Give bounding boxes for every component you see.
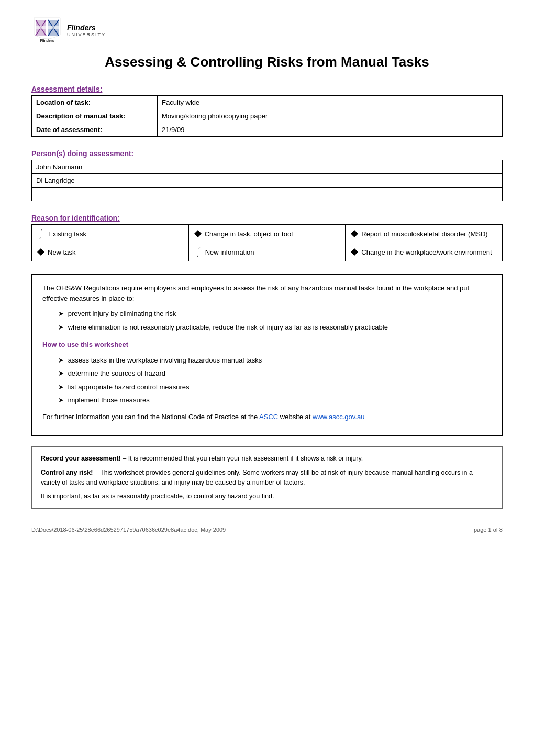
info-box: The OHS&W Regulations require employers … (31, 274, 503, 436)
list-item: where elimination is not reasonably prac… (58, 322, 492, 333)
control-note: Control any risk! – This worksheet provi… (41, 468, 493, 488)
reason-cell-5: ⎰ New information (188, 243, 346, 261)
list-item: list appropriate hazard control measures (58, 382, 492, 392)
worksheet-bullet-list: assess tasks in the workplace involving … (42, 355, 492, 406)
record-note: Record your assessment! – It is recommen… (41, 454, 493, 464)
persons-section: Person(s) doing assessment: John Naumann… (31, 149, 503, 201)
list-item: determine the sources of hazard (58, 368, 492, 379)
assessment-details-heading: Assessment details: (31, 85, 503, 93)
ascc-link[interactable]: ASCC (259, 413, 278, 421)
persons-table: John Naumann Di Langridge (31, 160, 503, 201)
reason-cell-2: Change in task, object or tool (188, 225, 346, 243)
bracket-icon: ⎰ (195, 247, 201, 257)
record-text: – It is recommended that you retain your… (121, 455, 363, 462)
further-info-prefix: For further information you can find the… (42, 413, 259, 421)
logo-text-block: Flinders UNIVERSITY (67, 24, 106, 37)
diamond-icon (194, 230, 202, 237)
reason-cell-3: Report of musculoskeletal disorder (MSD) (346, 225, 503, 243)
bracket-icon: ⎰ (38, 229, 44, 238)
table-row: Date of assessment: 21/9/09 (32, 123, 503, 137)
table-row: ⎰ Existing task Change in task, object o… (32, 225, 503, 243)
reason-text-6: Change in the workplace/work environment (361, 248, 492, 256)
reason-section: Reason for identification: ⎰ Existing ta… (31, 214, 503, 261)
reason-text-3: Report of musculoskeletal disorder (MSD) (361, 230, 487, 238)
list-item: implement those measures (58, 395, 492, 406)
note-box: Record your assessment! – It is recommen… (31, 446, 503, 509)
footer-right: page 1 of 8 (474, 527, 503, 533)
footer: D:\Docs\2018-06-25\28e66d2652971759a7063… (31, 524, 503, 533)
reason-cell-1: ⎰ Existing task (32, 225, 189, 243)
further-info-suffix: website at (278, 413, 313, 421)
diamond-icon (351, 230, 358, 237)
table-row: Di Langridge (32, 174, 503, 188)
last-line: It is important, as far as is reasonably… (41, 491, 493, 501)
logo-image: Flinders (31, 16, 63, 45)
control-text: – This worksheet provides general guidel… (41, 469, 473, 486)
intro-text: The OHS&W Regulations require employers … (42, 283, 492, 303)
reason-cell-4: New task (32, 243, 189, 261)
reason-heading: Reason for identification: (31, 214, 503, 222)
assessment-details-section: Assessment details: Location of task: Fa… (31, 85, 503, 137)
reason-text-5: New information (205, 248, 254, 256)
location-label: Location of task: (32, 96, 158, 109)
location-value: Faculty wide (158, 96, 503, 109)
persons-heading: Person(s) doing assessment: (31, 149, 503, 158)
reason-table: ⎰ Existing task Change in task, object o… (31, 224, 503, 261)
further-info-text: For further information you can find the… (42, 412, 492, 422)
person-3 (32, 188, 503, 201)
worksheet-heading: How to use this worksheet (42, 339, 492, 350)
diamond-icon (351, 248, 358, 256)
list-item: assess tasks in the workplace involving … (58, 355, 492, 366)
reason-cell-6: Change in the workplace/work environment (346, 243, 503, 261)
reason-text-1: Existing task (48, 230, 86, 238)
reason-text-2: Change in task, object or tool (205, 230, 293, 238)
svg-rect-6 (36, 26, 59, 29)
reason-text-4: New task (48, 248, 75, 256)
person-1: John Naumann (32, 160, 503, 174)
table-row: Description of manual task: Moving/stori… (32, 109, 503, 123)
table-row: John Naumann (32, 160, 503, 174)
footer-left: D:\Docs\2018-06-25\28e66d2652971759a7063… (31, 527, 226, 533)
logo-area: Flinders Flinders UNIVERSITY (31, 16, 503, 45)
control-label: Control any risk! (41, 469, 93, 476)
svg-text:Flinders: Flinders (40, 39, 54, 42)
list-item: prevent injury by eliminating the risk (58, 309, 492, 319)
table-row (32, 188, 503, 201)
ascc-url-link[interactable]: www.ascc.gov.au (313, 413, 364, 421)
date-label: Date of assessment: (32, 123, 158, 137)
person-2: Di Langridge (32, 174, 503, 188)
table-row: Location of task: Faculty wide (32, 96, 503, 109)
page-title: Assessing & Controlling Risks from Manua… (31, 54, 503, 70)
date-value: 21/9/09 (158, 123, 503, 137)
table-row: New task ⎰ New information Change in the… (32, 243, 503, 261)
assessment-details-table: Location of task: Faculty wide Descripti… (31, 95, 503, 137)
intro-bullet-list: prevent injury by eliminating the risk w… (42, 309, 492, 332)
record-label: Record your assessment! (41, 455, 121, 462)
description-value: Moving/storing photocopying paper (158, 109, 503, 123)
logo-university-sub: UNIVERSITY (67, 32, 106, 37)
diamond-icon (37, 248, 44, 256)
logo-university-name: Flinders (67, 24, 106, 32)
description-label: Description of manual task: (32, 109, 158, 123)
